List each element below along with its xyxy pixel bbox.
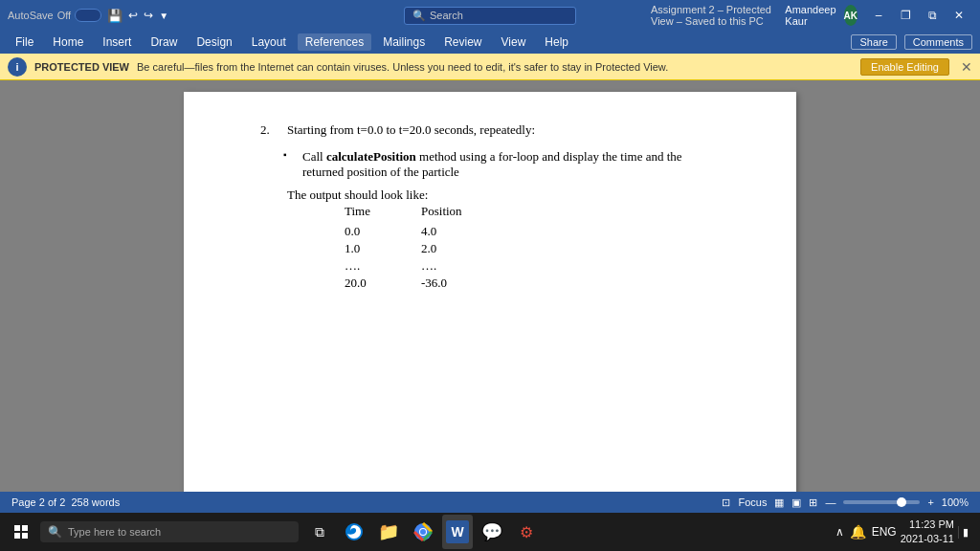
taskbar-app-icons: ⧉ 📁 W 💬 ⚙ (304, 515, 542, 549)
view-normal-icon[interactable]: ▦ (774, 496, 784, 509)
view-layout-icon[interactable]: ▣ (791, 496, 801, 509)
user-name: Amandeep Kaur (785, 4, 835, 27)
search-placeholder: Search (430, 10, 463, 21)
tab-file[interactable]: File (8, 33, 41, 51)
tab-design[interactable]: Design (189, 33, 239, 51)
edge-icon[interactable] (339, 515, 369, 549)
cell-time-last: 20.0 (345, 275, 421, 292)
view-read-icon[interactable]: ⊞ (809, 496, 817, 509)
table-header-row: Time Position (345, 203, 498, 223)
title-bar-right: Assignment 2 – Protected View – Saved to… (651, 4, 972, 27)
table-row: 0.0 4.0 (345, 223, 498, 240)
zoom-slider[interactable] (843, 500, 920, 504)
focus-icon[interactable]: ⊡ (722, 496, 730, 509)
customize-icon[interactable]: ▼ (159, 11, 168, 21)
search-bar[interactable]: 🔍 Search (404, 7, 576, 25)
title-bar-left: AutoSave Off 💾 ↩ ↪ ▼ (8, 9, 329, 23)
start-button[interactable] (4, 515, 38, 549)
save-icon[interactable]: 💾 (107, 9, 122, 23)
table-row: …. …. (345, 257, 498, 275)
taskbar-search-icon: 🔍 (48, 525, 62, 539)
close-button[interactable]: ✕ (946, 5, 972, 26)
ribbon-right: Share Comments (851, 34, 972, 50)
enable-editing-button[interactable]: Enable Editing (860, 58, 949, 76)
search-icon: 🔍 (412, 10, 426, 22)
bullet-pre: Call (302, 149, 326, 164)
autosave-toggle[interactable] (75, 9, 101, 22)
word-icon[interactable]: W (442, 515, 473, 549)
protected-message: Be careful—files from the Internet can c… (137, 61, 853, 73)
chrome-icon[interactable] (408, 515, 438, 549)
zoom-in-icon[interactable]: + (927, 496, 933, 508)
document-page: 2. Starting from t=0.0 to t=20.0 seconds… (184, 92, 796, 492)
shield-icon: i (8, 57, 27, 77)
tab-mailings[interactable]: Mailings (375, 33, 433, 51)
tab-draw[interactable]: Draw (143, 33, 185, 51)
col-header-time: Time (345, 203, 421, 223)
comments-button[interactable]: Comments (904, 34, 972, 50)
undo-icon[interactable]: ↩ (128, 9, 138, 22)
output-label: The output should look like: (287, 187, 720, 203)
svg-rect-1 (22, 525, 28, 531)
maximize-button[interactable]: ❐ (892, 5, 919, 26)
svg-rect-2 (14, 533, 20, 539)
document-area: 2. Starting from t=0.0 to t=20.0 seconds… (0, 80, 980, 492)
lang-label[interactable]: ENG (872, 525, 897, 539)
chevron-up-icon[interactable]: ∧ (835, 525, 844, 539)
restore-button[interactable]: ⧉ (919, 5, 946, 26)
word-count: 258 words (71, 496, 120, 508)
tab-layout[interactable]: Layout (244, 33, 294, 51)
protected-view-bar: i PROTECTED VIEW Be careful—files from t… (0, 54, 980, 80)
cell-pos-last: -36.0 (421, 275, 498, 292)
status-bar: Page 2 of 2 258 words ⊡ Focus ▦ ▣ ⊞ — + … (0, 492, 980, 513)
numbered-item-2: 2. Starting from t=0.0 to t=20.0 seconds… (260, 122, 720, 138)
tab-home[interactable]: Home (45, 33, 91, 51)
minimize-button[interactable]: – (865, 5, 892, 26)
cell-time-2: 1.0 (345, 240, 421, 257)
ribbon: File Home Insert Draw Design Layout Refe… (0, 31, 980, 54)
autosave-area: AutoSave Off (8, 9, 101, 22)
title-bar: AutoSave Off 💾 ↩ ↪ ▼ 🔍 Search Assignment… (0, 0, 980, 31)
tab-review[interactable]: Review (436, 33, 489, 51)
taskbar-clock[interactable]: 11:23 PM 2021-03-11 (901, 518, 954, 547)
tab-insert[interactable]: Insert (95, 33, 139, 51)
redo-icon[interactable]: ↪ (144, 9, 153, 22)
output-table: Time Position 0.0 4.0 1.0 2.0 …. …. 20.0 (345, 203, 498, 292)
autosave-label: AutoSave (8, 10, 54, 21)
skype-icon[interactable]: 💬 (477, 515, 507, 549)
system-tray-icons: ∧ 🔔 ENG (835, 524, 897, 540)
tab-references[interactable]: References (298, 33, 371, 51)
bullet-symbol: ▪ (283, 149, 295, 180)
cell-time-1: 0.0 (345, 223, 421, 240)
taskbar-search-placeholder[interactable]: Type here to search (68, 526, 161, 538)
share-button[interactable]: Share (851, 34, 896, 50)
table-row: 20.0 -36.0 (345, 275, 498, 292)
zoom-percent[interactable]: 100% (942, 496, 969, 508)
bullet-bold: calculatePosition (326, 149, 416, 164)
autosave-state: Off (57, 10, 71, 21)
zoom-out-icon[interactable]: — (825, 496, 835, 508)
taskview-icon[interactable]: ⧉ (304, 515, 335, 549)
status-right: ⊡ Focus ▦ ▣ ⊞ — + 100% (722, 496, 969, 509)
notification-icon[interactable]: 🔔 (850, 524, 866, 540)
output-section: The output should look like: Time Positi… (287, 187, 720, 292)
page-info: Page 2 of 2 (11, 496, 65, 508)
tab-view[interactable]: View (494, 33, 534, 51)
app-icon-6[interactable]: ⚙ (511, 515, 542, 549)
svg-point-7 (420, 529, 426, 535)
doc-title-label: Assignment 2 – Protected View – Saved to… (651, 4, 777, 27)
title-bar-center: 🔍 Search (329, 7, 651, 25)
taskbar: 🔍 Type here to search ⧉ 📁 (0, 513, 980, 551)
protected-close-icon[interactable]: ✕ (961, 59, 972, 75)
protected-label: PROTECTED VIEW (34, 61, 129, 73)
tab-help[interactable]: Help (537, 33, 576, 51)
show-desktop-icon[interactable]: ▮ (958, 526, 969, 539)
cell-time-ellipsis: …. (345, 257, 421, 275)
taskbar-right: ∧ 🔔 ENG 11:23 PM 2021-03-11 ▮ (835, 518, 976, 547)
user-avatar[interactable]: AK (844, 5, 858, 26)
taskbar-search-area[interactable]: 🔍 Type here to search (40, 521, 299, 542)
item-number: 2. (260, 122, 279, 138)
focus-label[interactable]: Focus (738, 496, 767, 508)
file-explorer-icon[interactable]: 📁 (373, 515, 404, 549)
window-controls: – ❐ ⧉ ✕ (865, 5, 972, 26)
